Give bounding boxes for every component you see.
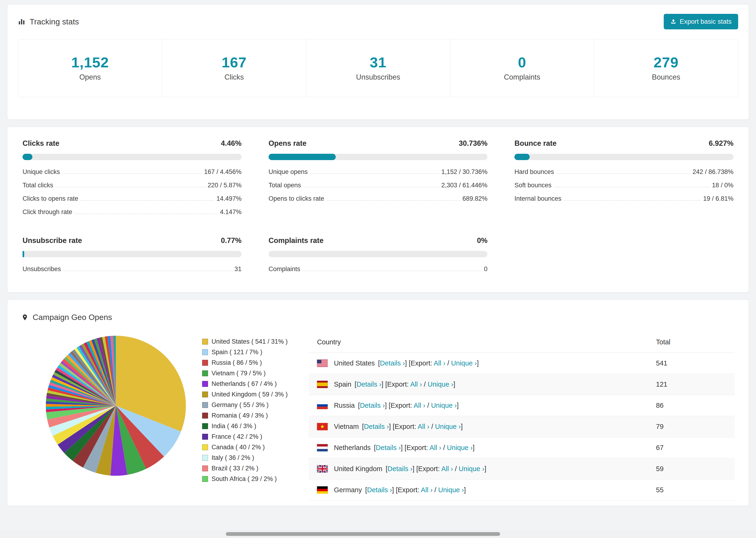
legend-item-italy: Italy ( 36 / 2% ) [202, 453, 288, 463]
details-link[interactable]: Details › [367, 486, 392, 494]
export-unique-link[interactable]: Unique › [431, 402, 457, 409]
bracket: [ [374, 444, 376, 452]
rate-row-complaints: Complaints0 [269, 262, 488, 276]
legend-label: Brazil ( 33 / 2% ) [212, 465, 258, 472]
details-link[interactable]: Details › [380, 359, 405, 367]
total-cell: 67 [656, 444, 727, 452]
export-all-link[interactable]: All › [410, 381, 422, 388]
legend-label: Russia ( 86 / 5% ) [212, 359, 262, 366]
total-cell: 55 [656, 486, 727, 494]
country-name: Germany [334, 486, 362, 494]
legend-swatch [202, 381, 208, 387]
legend-swatch [202, 349, 208, 355]
country-name: Vietnam [334, 423, 359, 430]
export-unique-link[interactable]: Unique › [438, 486, 464, 494]
rate-bar-track [23, 154, 242, 160]
summary-stat-clicks: 167Clicks [162, 39, 306, 97]
export-unique-link[interactable]: Unique › [447, 444, 473, 452]
export-unique-link[interactable]: Unique › [428, 381, 453, 388]
rate-row-value: 242 / 86.738% [693, 168, 733, 176]
rates-grid: Clicks rate4.46%Unique clicks167 / 4.456… [23, 139, 733, 276]
tracking-stats-title-text: Tracking stats [29, 17, 79, 26]
bracket: [ [362, 423, 364, 430]
export-all-link[interactable]: All › [421, 486, 432, 494]
bracket: ] [484, 465, 486, 472]
export-all-link[interactable]: All › [434, 359, 445, 367]
geo-table: Country Total United States[Details ›] [… [309, 334, 735, 501]
rate-row-label: Clicks to opens rate [23, 195, 78, 202]
rate-row-label: Click through rate [23, 208, 72, 216]
legend-swatch [202, 339, 208, 345]
legend-item-spain: Spain ( 121 / 7% ) [202, 347, 288, 357]
details-link[interactable]: Details › [356, 381, 381, 388]
rate-row-label: Unique opens [269, 168, 308, 176]
country-name: United Kingdom [334, 465, 382, 473]
legend-label: Netherlands ( 67 / 4% ) [212, 380, 277, 388]
country-links: [Details ›] [Export: All › / Unique ›] [374, 444, 475, 452]
country-name: Spain [334, 381, 351, 388]
tracking-stats-title: Tracking stats [18, 17, 79, 26]
tracking-stats-card: Tracking stats Export basic stats 1,152O… [7, 4, 749, 120]
details-link[interactable]: Details › [360, 402, 385, 409]
separator: / [432, 486, 438, 494]
legend-swatch [202, 455, 208, 461]
bracket: ] [457, 402, 459, 409]
horizontal-scrollbar-track[interactable] [0, 530, 756, 538]
country-cell: Vietnam[Details ›] [Export: All › / Uniq… [317, 423, 656, 430]
country-links: [Details ›] [Export: All › / Unique ›] [386, 465, 486, 473]
legend-swatch [202, 465, 208, 471]
export-unique-link[interactable]: Unique › [451, 359, 477, 367]
summary-stat-bounces: 279Bounces [594, 39, 738, 97]
country-links: [Details ›] [Export: All › / Unique ›] [378, 359, 479, 367]
map-pin-icon [21, 313, 28, 321]
details-link[interactable]: Details › [364, 423, 389, 430]
country-links: [Details ›] [Export: All › / Unique ›] [365, 486, 466, 494]
export-label: Export: [387, 381, 410, 388]
legend-swatch [202, 444, 208, 450]
legend-label: India ( 46 / 3% ) [212, 422, 256, 430]
rate-row-label: Complaints [269, 265, 300, 273]
stat-value: 167 [162, 54, 306, 71]
rate-title: Opens rate [269, 139, 307, 148]
dotted-leader [62, 174, 202, 174]
rate-row-value: 0 [484, 265, 487, 273]
legend-swatch [202, 402, 208, 408]
rate-row-value: 18 / 0% [712, 182, 733, 189]
geo-table-row-netherlands: Netherlands[Details ›] [Export: All › / … [309, 437, 735, 458]
legend-item-france: France ( 42 / 2% ) [202, 431, 288, 442]
bar-chart-icon [18, 18, 26, 26]
dotted-leader [564, 200, 701, 201]
export-all-link[interactable]: All › [414, 402, 425, 409]
country-cell: United States[Details ›] [Export: All › … [317, 359, 656, 367]
country-links: [Details ›] [Export: All › / Unique ›] [362, 423, 463, 430]
dotted-leader [56, 187, 205, 187]
legend-item-south-africa: South Africa ( 29 / 2% ) [202, 474, 288, 484]
stat-label: Unsubscribes [306, 73, 450, 81]
details-link[interactable]: Details › [376, 444, 401, 452]
export-basic-stats-button[interactable]: Export basic stats [664, 14, 738, 29]
column-header-country: Country [317, 338, 656, 346]
export-unique-link[interactable]: Unique › [459, 465, 485, 472]
stat-value: 279 [594, 54, 738, 71]
export-all-link[interactable]: All › [441, 465, 453, 472]
export-all-link[interactable]: All › [418, 423, 429, 430]
country-cell: Spain[Details ›] [Export: All › / Unique… [317, 381, 656, 388]
rate-row-label: Unique clicks [23, 168, 60, 176]
rate-percent: 6.927% [709, 139, 733, 148]
rate-title: Unsubscribe rate [23, 237, 82, 245]
details-link[interactable]: Details › [388, 465, 412, 472]
legend-item-canada: Canada ( 40 / 2% ) [202, 442, 288, 453]
legend-label: Vietnam ( 79 / 5% ) [212, 370, 266, 377]
stat-label: Bounces [594, 73, 738, 81]
export-unique-link[interactable]: Unique › [435, 423, 461, 430]
horizontal-scrollbar-thumb[interactable] [226, 532, 500, 536]
rate-title: Bounce rate [514, 139, 557, 148]
country-cell: Russia[Details ›] [Export: All › / Uniqu… [317, 402, 656, 409]
rate-bar-fill [23, 251, 24, 257]
legend-label: France ( 42 / 2% ) [212, 433, 262, 440]
summary-stat-complaints: 0Complaints [450, 39, 594, 97]
export-all-link[interactable]: All › [429, 444, 441, 452]
bracket: ] [473, 444, 474, 452]
dotted-leader [81, 200, 214, 201]
bracket: ] [453, 381, 455, 388]
